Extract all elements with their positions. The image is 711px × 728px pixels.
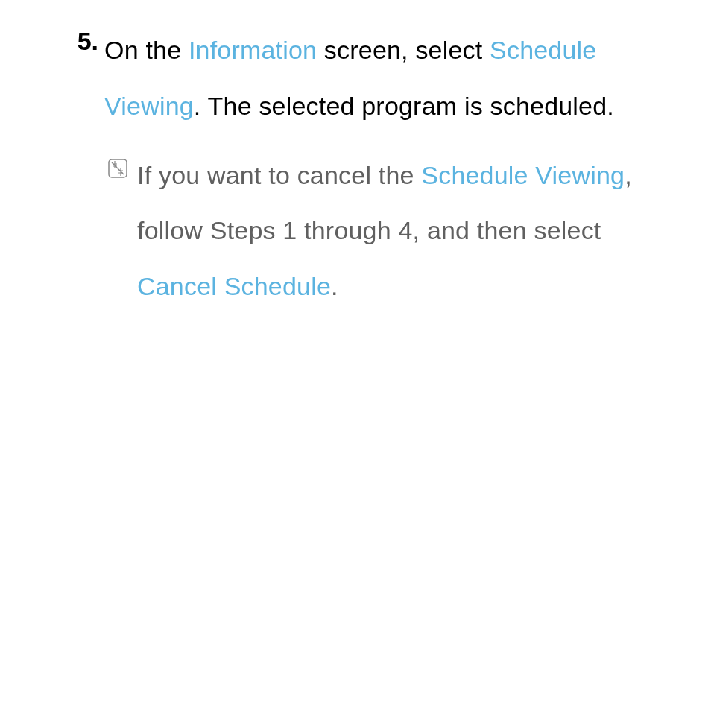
highlight-information: Information bbox=[189, 36, 317, 64]
period: . bbox=[194, 92, 201, 120]
note-text-segment: If you want to cancel the bbox=[137, 161, 421, 189]
note-icon bbox=[107, 158, 128, 179]
note-text: If you want to cancel the Schedule Viewi… bbox=[137, 148, 681, 314]
step-text: On the Information screen, select Schedu… bbox=[104, 22, 681, 134]
step-item: 5. On the Information screen, select Sch… bbox=[75, 22, 681, 314]
step-number: 5. bbox=[75, 22, 98, 60]
highlight-schedule-viewing-note: Schedule Viewing bbox=[421, 161, 625, 189]
step-text-segment: On the bbox=[104, 36, 189, 64]
step-text-segment: The selected program is scheduled. bbox=[201, 92, 614, 120]
step-body: On the Information screen, select Schedu… bbox=[104, 22, 681, 314]
period: . bbox=[331, 272, 338, 300]
step-text-segment: screen, select bbox=[317, 36, 490, 64]
note-item: If you want to cancel the Schedule Viewi… bbox=[104, 148, 681, 314]
highlight-cancel-schedule: Cancel Schedule bbox=[137, 272, 331, 300]
